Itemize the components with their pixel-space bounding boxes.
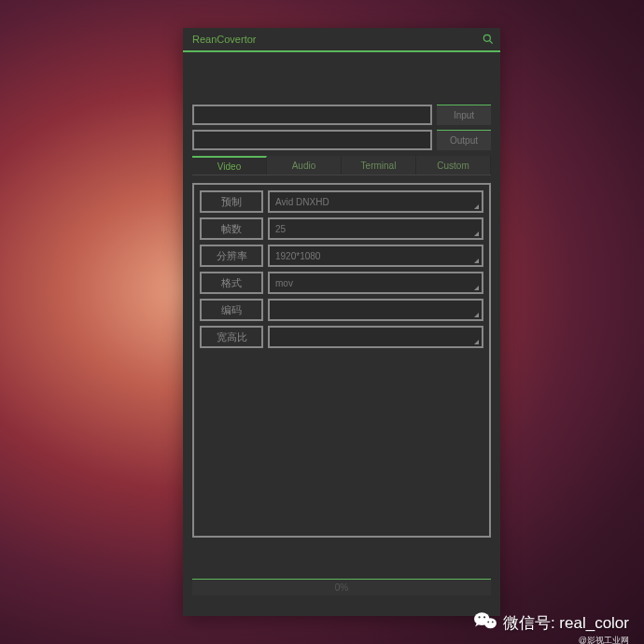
field-label-fps: 帧数 xyxy=(200,217,263,240)
watermark: 微信号: real_color xyxy=(473,610,629,635)
output-row: Output xyxy=(192,130,491,150)
field-preset-row: 预制 Avid DNXHD xyxy=(200,190,483,213)
svg-point-0 xyxy=(483,35,490,41)
field-resolution-row: 分辨率 1920*1080 xyxy=(200,245,483,267)
input-row: Input xyxy=(192,105,491,125)
field-dropdown-resolution[interactable]: 1920*1080 xyxy=(268,245,483,267)
tab-terminal[interactable]: Terminal xyxy=(342,156,416,175)
output-path-field[interactable] xyxy=(192,130,432,150)
field-label-codec: 编码 xyxy=(200,299,263,321)
output-button[interactable]: Output xyxy=(437,130,491,150)
io-section: Input Output xyxy=(183,105,500,150)
field-label-preset: 预制 xyxy=(200,190,263,213)
field-label-format: 格式 xyxy=(200,272,263,294)
tab-custom[interactable]: Custom xyxy=(416,156,491,175)
svg-point-4 xyxy=(478,616,480,618)
wechat-icon xyxy=(473,610,497,635)
tabs: Video Audio Terminal Custom xyxy=(192,156,491,175)
input-path-field[interactable] xyxy=(192,105,432,125)
input-button[interactable]: Input xyxy=(437,105,491,125)
field-fps-row: 帧数 25 xyxy=(200,217,483,240)
tab-video[interactable]: Video xyxy=(192,156,267,175)
app-title: ReanCovertor xyxy=(192,34,256,45)
field-format-row: 格式 mov xyxy=(200,272,483,294)
field-dropdown-format[interactable]: mov xyxy=(268,272,483,294)
svg-point-7 xyxy=(492,621,494,623)
field-dropdown-codec[interactable] xyxy=(268,299,483,321)
progress-text: 0% xyxy=(335,582,348,593)
field-dropdown-preset[interactable]: Avid DNXHD xyxy=(268,190,483,213)
field-codec-row: 编码 xyxy=(200,299,483,321)
svg-point-3 xyxy=(484,618,497,628)
field-label-aspect: 宽高比 xyxy=(200,326,263,348)
svg-point-6 xyxy=(487,621,489,623)
tab-audio[interactable]: Audio xyxy=(267,156,342,175)
field-dropdown-aspect[interactable] xyxy=(268,326,483,348)
field-dropdown-fps[interactable]: 25 xyxy=(268,217,483,240)
watermark-sub: @影视工业网 xyxy=(579,635,629,644)
settings-panel: 预制 Avid DNXHD 帧数 25 分辨率 1920*1080 格式 mov… xyxy=(192,183,491,538)
svg-line-1 xyxy=(490,41,493,44)
search-icon[interactable] xyxy=(482,33,495,46)
watermark-text: 微信号: real_color xyxy=(503,612,629,634)
field-aspect-row: 宽高比 xyxy=(200,326,483,348)
field-label-resolution: 分辨率 xyxy=(200,245,263,267)
spacer xyxy=(183,52,500,105)
titlebar: ReanCovertor xyxy=(183,28,500,52)
app-window: ReanCovertor Input Output Video Audio Te… xyxy=(183,28,500,616)
progress-bar: 0% xyxy=(192,579,491,595)
svg-point-5 xyxy=(483,616,485,618)
